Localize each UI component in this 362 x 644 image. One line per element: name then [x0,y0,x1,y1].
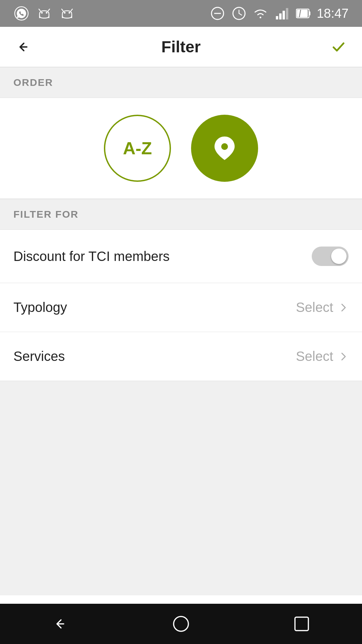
status-bar-right: 18:47 [209,5,349,21]
svg-rect-18 [276,16,278,19]
nav-home-button[interactable] [168,610,194,637]
status-bar-left [13,5,75,21]
svg-point-8 [69,12,70,14]
typology-filter-label: Typology [13,300,67,315]
nav-back-icon [50,614,70,634]
signal-icon [274,5,290,21]
svg-rect-28 [295,617,308,631]
services-filter-label: Services [13,349,65,364]
discount-filter-label: Discount for TCI members [13,249,170,264]
svg-rect-20 [283,11,285,19]
nav-recent-icon [292,614,312,634]
services-select-text: Select [296,349,333,364]
confirm-button[interactable] [328,37,349,57]
typology-filter-item[interactable]: Typology Select [0,283,362,332]
svg-line-10 [71,9,72,11]
content-spacer [0,381,362,595]
order-section-label: ORDER [13,77,53,88]
svg-line-9 [62,9,63,11]
wifi-icon [252,5,268,21]
nav-bar [0,604,362,644]
order-az-button[interactable]: A-Z [104,115,171,182]
svg-point-7 [64,12,66,14]
order-section-header: ORDER [0,67,362,98]
svg-point-1 [41,12,43,14]
status-time: 18:47 [317,6,349,21]
app-bar: Filter [0,27,362,67]
status-bar: 18:47 [0,0,362,27]
svg-line-17 [239,13,242,15]
android-icon-1 [36,5,52,21]
svg-point-2 [46,12,48,14]
discount-toggle[interactable] [312,247,349,266]
main-content: ORDER A-Z FILTER FOR Discount for TCI me… [0,67,362,644]
nav-recent-button[interactable] [288,610,315,637]
svg-rect-21 [286,8,288,19]
back-button[interactable] [13,37,34,57]
order-section: A-Z [0,98,362,199]
nav-home-icon [171,614,191,634]
order-az-label: A-Z [123,138,152,158]
nav-back-button[interactable] [47,610,74,637]
svg-rect-19 [279,13,282,19]
location-icon [209,133,240,163]
svg-point-27 [174,616,188,631]
svg-line-3 [39,9,40,11]
battery-icon [295,5,311,21]
android-icon-2 [59,5,75,21]
services-select-right: Select [296,349,349,364]
page-title: Filter [161,38,200,56]
svg-rect-24 [297,10,308,17]
toggle-knob [331,249,347,264]
svg-rect-23 [309,11,310,15]
clock-icon [231,5,247,21]
filter-section-header: FILTER FOR [0,199,362,230]
chevron-right-icon [339,303,349,313]
filter-section-label: FILTER FOR [13,209,78,220]
chevron-right-icon-services [339,352,349,362]
discount-filter-item[interactable]: Discount for TCI members [0,230,362,283]
order-location-button[interactable] [191,115,258,182]
whatsapp-icon [13,5,29,21]
svg-point-26 [221,143,228,150]
typology-select-right: Select [296,300,349,315]
svg-line-4 [48,9,50,11]
dnd-icon [209,5,226,21]
typology-select-text: Select [296,300,333,315]
services-filter-item[interactable]: Services Select [0,332,362,381]
